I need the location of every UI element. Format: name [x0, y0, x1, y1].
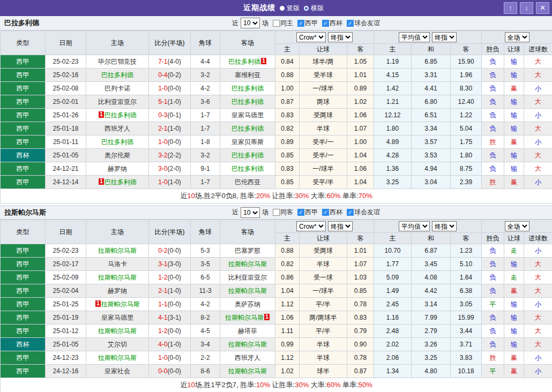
away-team-name: 塞维利亚	[235, 71, 260, 79]
fulltime-score: 1-2	[158, 274, 167, 281]
radio-icon[interactable]	[280, 6, 285, 11]
goals-result-cell: 小	[524, 365, 552, 378]
home-team-cell: 马洛卡	[86, 258, 149, 271]
home-odds-cell: 0.85	[275, 176, 300, 189]
match-row: 西甲25-02-23毕尔巴鄂竞技7-1(4-0)4-4巴拉多利德10.84球半/…	[1, 55, 552, 69]
away-odds-cell: 0.78	[347, 298, 374, 311]
bookmaker-select[interactable]: Crow*	[296, 32, 326, 42]
recent-count-select[interactable]: 10	[241, 207, 260, 218]
away-odds-cell: 1.03	[347, 271, 374, 284]
away-team-name: 奥萨苏纳	[235, 300, 260, 308]
league-type-cell: 西甲	[1, 122, 46, 135]
league-friendly-checkbox[interactable]	[347, 20, 354, 27]
title-group: 近期战绩 竖版 横版	[243, 3, 324, 13]
average-select[interactable]: 平均值	[399, 221, 430, 231]
score-cell: 4-0(1-0)	[149, 338, 191, 351]
home-team-name: 拉斯帕尔马斯	[101, 300, 140, 308]
same-venue-label: 同主	[280, 19, 293, 28]
fulltime-score: 1-0	[158, 85, 167, 92]
league-liga-label: 西甲	[305, 19, 318, 28]
view-option-horizontal[interactable]: 横版	[304, 4, 324, 13]
fulltime-score: 1-2	[158, 327, 167, 335]
away-team-cell: 奥萨苏纳	[220, 298, 275, 311]
away-odds-cell: 0.78	[347, 351, 374, 365]
league-friendly-label: 球会友谊	[354, 19, 380, 28]
odds-stage-select[interactable]: 终指	[328, 221, 353, 231]
team-name: 巴拉多利德	[0, 18, 39, 28]
away-odds-cell: 0.85	[347, 284, 374, 298]
odds-stage-select[interactable]: 终指	[328, 32, 353, 42]
recent-count-select[interactable]: 10	[241, 18, 260, 28]
corner-cell: 3-2	[191, 69, 220, 82]
home-team-name: 拉斯帕尔马斯	[98, 327, 137, 335]
col-score: 比分(半场)	[149, 31, 191, 55]
avg-home-cell: 5.09	[374, 271, 412, 284]
form-rank-badge: 1	[99, 111, 104, 118]
handicap-result-cell: 输	[504, 325, 524, 338]
home-team-name: 毕尔巴鄂竞技	[98, 58, 137, 65]
score-cell: 1-0(0-0)	[149, 82, 191, 95]
halftime-score: (0-0)	[168, 274, 181, 281]
league-friendly-checkbox[interactable]	[347, 209, 354, 216]
scroll-up-button[interactable]: ↑	[504, 2, 517, 14]
close-icon: ✕	[540, 4, 546, 12]
wdl-result-cell: 胜	[482, 135, 504, 149]
away-team-name: 巴拉多利德	[232, 152, 264, 159]
avg-home-cell: 1.42	[374, 82, 412, 95]
match-scope-select[interactable]: 全场	[505, 221, 529, 231]
away-team-name: 拉斯帕尔马斯	[228, 367, 267, 375]
date-cell: 25-01-26	[46, 109, 86, 122]
wdl-result-cell: 负	[482, 149, 504, 162]
col-wdl: 胜负	[482, 44, 504, 55]
home-team-cell: 皇家马德里	[86, 311, 149, 325]
date-cell: 25-02-23	[46, 55, 86, 69]
handicap-result-cell: 输	[504, 95, 524, 109]
league-type-cell: 西杯	[1, 338, 46, 351]
away-team-name: 皇家贝蒂斯	[232, 138, 264, 146]
date-cell: 25-02-16	[46, 69, 86, 82]
league-cup-checkbox[interactable]	[322, 209, 329, 216]
radio-icon[interactable]	[304, 6, 309, 11]
avg-away-cell: 3.05	[451, 298, 482, 311]
away-odds-cell: 0.90	[347, 338, 374, 351]
same-venue-checkbox[interactable]	[273, 20, 280, 27]
avg-away-cell: 2.39	[451, 176, 482, 189]
avg-draw-cell: 3.04	[412, 176, 451, 189]
home-odds-cell: 1.02	[275, 365, 300, 378]
avg-home-cell: 1.49	[374, 284, 412, 298]
avg-home-cell: 4.89	[374, 135, 412, 149]
average-select[interactable]: 平均值	[399, 32, 430, 42]
col-date: 日期	[46, 31, 86, 55]
league-cup-checkbox[interactable]	[322, 20, 329, 27]
home-odds-cell: 1.12	[275, 351, 300, 365]
away-odds-cell: 1.02	[347, 95, 374, 109]
score-cell: 1-0(0-0)	[149, 351, 191, 365]
league-liga-checkbox[interactable]	[297, 209, 304, 216]
col-avg-away: 客	[451, 44, 482, 55]
scroll-down-button[interactable]: ↓	[520, 2, 533, 14]
average-stage-select[interactable]: 终指	[432, 221, 457, 231]
handicap-cell: 受一球	[300, 271, 347, 284]
goals-result-cell: 小	[524, 135, 552, 149]
score-cell: 0-0(0-0)	[149, 365, 191, 378]
away-team-cell: 巴拉多利德	[220, 149, 275, 162]
avg-draw-cell: 3.45	[412, 258, 451, 271]
away-team-name: 巴塞罗那	[235, 247, 260, 254]
match-scope-select[interactable]: 全场	[505, 32, 529, 42]
fulltime-score: 2-1	[158, 287, 167, 295]
close-button[interactable]: ✕	[536, 2, 549, 14]
average-stage-select[interactable]: 终指	[432, 32, 457, 42]
bookmaker-select[interactable]: Crow*	[296, 221, 326, 231]
away-team-cell: 巴拉多利德	[220, 122, 275, 135]
same-venue-checkbox[interactable]	[273, 209, 280, 216]
date-cell: 25-01-12	[46, 325, 86, 338]
goals-result-cell: 小	[524, 82, 552, 95]
goals-result-cell: 大	[524, 149, 552, 162]
league-liga-checkbox[interactable]	[297, 20, 304, 27]
avg-home-cell: 12.12	[374, 109, 412, 122]
handicap-result-cell: 输	[504, 258, 524, 271]
date-cell: 24-12-16	[46, 365, 86, 378]
away-team-name: 巴拉多利德	[228, 58, 260, 65]
view-option-vertical[interactable]: 竖版	[280, 4, 300, 13]
halftime-score: (1-0)	[168, 287, 181, 295]
